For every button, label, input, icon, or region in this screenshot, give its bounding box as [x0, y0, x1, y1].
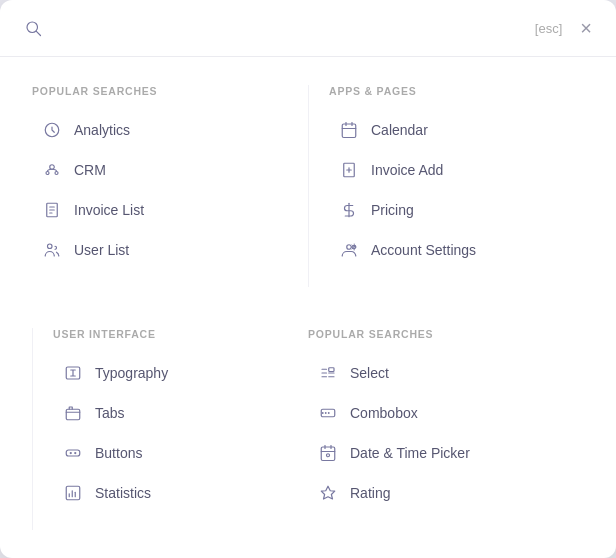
menu-item-statistics[interactable]: Statistics: [53, 474, 308, 512]
invoice-list-icon: [42, 200, 62, 220]
typography-label: Typography: [95, 365, 168, 381]
menu-item-rating[interactable]: Rating: [308, 474, 564, 512]
section-title-ui: USER INTERFACE: [53, 328, 308, 340]
svg-rect-26: [66, 487, 80, 501]
select-icon: [318, 363, 338, 383]
menu-item-pricing[interactable]: Pricing: [329, 191, 584, 229]
account-settings-icon: [339, 240, 359, 260]
crm-label: CRM: [74, 162, 106, 178]
buttons-label: Buttons: [95, 445, 142, 461]
search-bar: [esc] ×: [0, 0, 616, 57]
esc-hint: [esc]: [535, 21, 562, 36]
search-modal: [esc] × POPULAR SEARCHES Analytics CRM: [0, 0, 616, 558]
svg-line-1: [36, 31, 40, 35]
menu-item-user-list[interactable]: User List: [32, 231, 288, 269]
svg-point-3: [50, 165, 55, 170]
invoice-list-label: Invoice List: [74, 202, 144, 218]
svg-point-19: [347, 245, 352, 250]
analytics-label: Analytics: [74, 122, 130, 138]
date-time-picker-icon: [318, 443, 338, 463]
menu-item-account-settings[interactable]: Account Settings: [329, 231, 584, 269]
menu-item-combobox[interactable]: Combobox: [308, 394, 564, 432]
svg-rect-23: [66, 450, 80, 456]
menu-item-select[interactable]: Select: [308, 354, 564, 392]
menu-item-invoice-add[interactable]: Invoice Add: [329, 151, 584, 189]
svg-rect-11: [342, 124, 356, 138]
calendar-icon: [339, 120, 359, 140]
svg-point-10: [48, 244, 53, 249]
svg-point-40: [328, 412, 330, 414]
content-grid: POPULAR SEARCHES Analytics CRM: [0, 57, 616, 558]
combobox-label: Combobox: [350, 405, 418, 421]
svg-point-39: [325, 412, 327, 414]
rating-icon: [318, 483, 338, 503]
invoice-add-icon: [339, 160, 359, 180]
account-settings-label: Account Settings: [371, 242, 476, 258]
typography-icon: [63, 363, 83, 383]
svg-rect-22: [66, 410, 80, 421]
statistics-label: Statistics: [95, 485, 151, 501]
crm-icon: [42, 160, 62, 180]
tabs-icon: [63, 403, 83, 423]
calendar-label: Calendar: [371, 122, 428, 138]
svg-point-46: [327, 454, 330, 457]
search-icon: [24, 19, 42, 37]
combobox-icon: [318, 403, 338, 423]
pricing-icon: [339, 200, 359, 220]
date-time-picker-label: Date & Time Picker: [350, 445, 470, 461]
pricing-label: Pricing: [371, 202, 414, 218]
close-button[interactable]: ×: [580, 18, 592, 38]
menu-item-typography[interactable]: Typography: [53, 354, 308, 392]
rating-label: Rating: [350, 485, 390, 501]
menu-list-popular: Analytics CRM Invoice List: [32, 111, 288, 269]
select-label: Select: [350, 365, 389, 381]
analytics-icon: [42, 120, 62, 140]
svg-rect-35: [329, 368, 334, 372]
svg-point-0: [27, 22, 38, 33]
buttons-icon: [63, 443, 83, 463]
section-title-apps: APPS & PAGES: [329, 85, 584, 97]
invoice-add-label: Invoice Add: [371, 162, 443, 178]
spacer: [32, 287, 584, 311]
menu-list-apps: Calendar Invoice Add Pricing: [329, 111, 584, 269]
menu-item-analytics[interactable]: Analytics: [32, 111, 288, 149]
section-popular-searches-left: POPULAR SEARCHES Analytics CRM: [32, 85, 308, 287]
svg-point-25: [74, 452, 76, 454]
menu-item-crm[interactable]: CRM: [32, 151, 288, 189]
svg-point-24: [70, 452, 72, 454]
svg-point-38: [322, 412, 324, 414]
menu-item-tabs[interactable]: Tabs: [53, 394, 308, 432]
search-input[interactable]: [52, 20, 525, 37]
menu-list-ui: Typography Tabs Buttons: [53, 354, 308, 512]
menu-item-calendar[interactable]: Calendar: [329, 111, 584, 149]
section-user-interface: USER INTERFACE Typography Tabs: [32, 328, 308, 530]
menu-list-popular-right: Select Combobox Date & Time Picker: [308, 354, 564, 512]
menu-item-buttons[interactable]: Buttons: [53, 434, 308, 472]
user-list-label: User List: [74, 242, 129, 258]
tabs-label: Tabs: [95, 405, 125, 421]
user-list-icon: [42, 240, 62, 260]
svg-marker-47: [321, 487, 335, 500]
menu-item-invoice-list[interactable]: Invoice List: [32, 191, 288, 229]
section-title-popular-right: POPULAR SEARCHES: [308, 328, 564, 340]
statistics-icon: [63, 483, 83, 503]
section-apps-pages: APPS & PAGES Calendar Invoice Add: [308, 85, 584, 287]
section-popular-searches-right: POPULAR SEARCHES Select Combobox: [308, 328, 584, 530]
menu-item-date-time-picker[interactable]: Date & Time Picker: [308, 434, 564, 472]
section-title-popular: POPULAR SEARCHES: [32, 85, 288, 97]
